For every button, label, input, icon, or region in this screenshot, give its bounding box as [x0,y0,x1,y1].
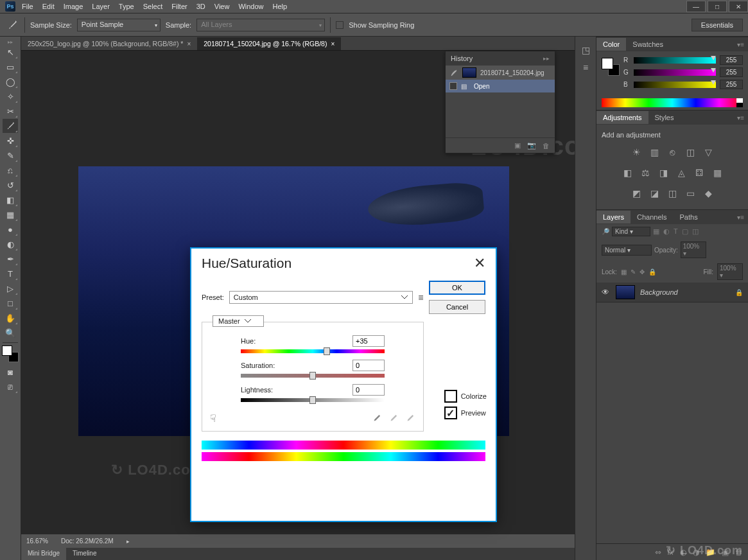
link-layers-icon[interactable]: ⇔ [655,548,661,557]
mini-bridge-tab[interactable]: Mini Bridge [21,548,66,560]
vibrance-icon[interactable]: ▽ [702,146,714,158]
ok-button[interactable]: OK [429,281,485,295]
lock-move-icon[interactable]: ✥ [639,268,645,276]
menu-3d[interactable]: 3D [196,3,205,10]
hand-tool[interactable]: ✋ [3,311,18,325]
menu-help[interactable]: Help [273,3,288,10]
panel-menu-icon[interactable]: ▾≡ [733,114,748,121]
layer-fx-icon[interactable]: fx [668,548,674,557]
quick-mask-tool[interactable]: ◙ [3,365,18,379]
sample-size-select[interactable]: Point Sample▾ [77,19,161,31]
source-spectrum[interactable] [202,441,485,450]
mini-swatches[interactable] [602,58,620,76]
filter-icons[interactable]: ▦ ◐ T ▢ ◫ [653,227,699,236]
r-input[interactable] [720,55,743,65]
styles-tab[interactable]: Styles [648,111,681,124]
swatches-tab[interactable]: Swatches [626,38,670,51]
timeline-tab[interactable]: Timeline [66,548,103,560]
eyedropper-tool[interactable] [3,119,18,133]
rectangle-tool[interactable]: □ [3,296,18,310]
close-button[interactable]: ✕ [729,1,748,12]
marquee-tool[interactable]: ▭ [3,60,18,74]
hue-icon[interactable]: ◧ [622,167,633,179]
history-header[interactable]: History ▸▸ [446,51,555,66]
dodge-tool[interactable]: ◐ [3,237,18,251]
eraser-tool[interactable]: ◧ [3,193,18,207]
eyedropper-minus-icon[interactable] [404,414,415,423]
delete-state-icon[interactable]: 🗑 [543,142,550,150]
threshold-icon[interactable]: ◫ [666,188,678,199]
document-tab[interactable]: 20180714_150204.jpg @ 16.7% (RGB/8)× [197,37,341,50]
history-brush-tool[interactable]: ↺ [3,178,18,192]
opacity-input[interactable]: 100% ▾ [681,241,706,258]
filter-kind-select[interactable]: Kind ▾ [612,227,650,236]
channel-select[interactable]: Master [213,315,264,327]
new-layer-icon[interactable]: ▣ [722,548,729,557]
new-group-icon[interactable]: 📁 [706,548,715,557]
doc-info[interactable]: Doc: 26.2M/26.2M [61,538,114,545]
filter-shape-icon[interactable]: ▢ [682,227,688,236]
layer-name[interactable]: Background [640,288,730,296]
g-slider[interactable] [634,69,716,76]
delete-layer-icon[interactable]: 🗑 [735,548,743,557]
filter-adjust-icon[interactable]: ◐ [663,227,670,236]
layer-row[interactable]: 👁 Background 🔒 [596,283,748,302]
curves-icon[interactable]: ⎋ [666,146,678,158]
menu-type[interactable]: Type [119,3,134,10]
layer-mask-icon[interactable]: ◐ [680,548,686,557]
layer-thumbnail[interactable] [616,285,635,299]
lock-all-icon[interactable]: 🔒 [648,268,656,276]
menu-select[interactable]: Select [143,3,163,10]
dialog-close-icon[interactable]: ✕ [474,255,485,272]
adjustments-tab[interactable]: Adjustments [596,111,648,124]
invert-icon[interactable]: ◩ [631,188,642,199]
selective-color-icon[interactable]: ◆ [702,188,714,199]
menu-layer[interactable]: Layer [92,3,110,10]
sample-select[interactable]: All Layers▾ [196,19,325,31]
bw-icon[interactable]: ◨ [657,167,669,179]
filter-smart-icon[interactable]: ◫ [692,227,699,236]
lightness-input[interactable] [352,384,385,396]
channels-tab[interactable]: Channels [631,211,673,223]
b-input[interactable] [720,80,743,89]
path-select-tool[interactable]: ▷ [3,281,18,295]
brush-tool[interactable]: ✎ [3,148,18,162]
color-spectrum[interactable] [602,98,743,107]
panel-menu-icon[interactable]: ▾≡ [733,41,748,48]
color-tab[interactable]: Color [596,38,626,51]
maximize-button[interactable]: □ [708,1,727,12]
menu-view[interactable]: View [214,3,230,10]
menu-filter[interactable]: Filter [171,3,187,10]
dock-icon[interactable]: ≡ [577,60,594,75]
tab-close-icon[interactable]: × [331,40,335,48]
panel-grip[interactable]: ▸▸ [0,39,21,44]
menu-image[interactable]: Image [64,3,83,10]
zoom-level[interactable]: 16.67% [26,538,48,545]
hue-slider[interactable] [241,349,385,353]
colorize-checkbox[interactable] [444,390,457,403]
exposure-icon[interactable]: ◫ [684,146,696,158]
result-spectrum[interactable] [202,452,485,461]
b-slider[interactable] [634,82,716,88]
screen-mode-tool[interactable]: ⎚ [3,380,18,394]
new-snapshot-icon[interactable]: 📷 [527,141,536,150]
targeted-adjust-icon[interactable]: ☟ [210,412,216,424]
filter-type-icon[interactable]: T [674,227,678,236]
crop-tool[interactable]: ✂ [3,104,18,118]
clone-stamp-tool[interactable]: ⎌ [3,163,18,177]
preset-menu-icon[interactable]: ≣ [418,293,424,302]
color-lookup-icon[interactable]: ▦ [711,167,723,179]
foreground-background-swatches[interactable] [2,346,19,362]
color-balance-icon[interactable]: ⚖ [639,167,651,179]
g-input[interactable] [720,67,743,77]
pen-tool[interactable]: ✒ [3,252,18,266]
sampling-ring-checkbox[interactable] [336,21,344,29]
channel-mixer-icon[interactable]: ⚃ [693,167,705,179]
foreground-swatch[interactable] [2,346,12,356]
document-tab[interactable]: 250x250_logo.jpg @ 100% (Background, RGB… [21,37,197,50]
workspace-button[interactable]: Essentials [691,19,743,31]
move-tool[interactable]: ↖ [3,45,18,59]
zoom-tool[interactable]: 🔍 [3,326,18,340]
eyedropper-icon[interactable] [370,414,382,423]
eyedropper-icon[interactable] [5,18,19,32]
